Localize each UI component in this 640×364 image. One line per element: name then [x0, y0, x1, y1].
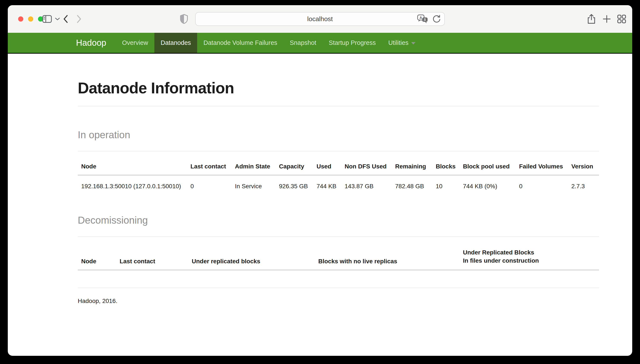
- page-content: Datanode Information In operation Node L…: [8, 79, 632, 304]
- column-header-version: Version: [568, 156, 599, 175]
- column-header-under-replicated-in-construction: Under Replicated Blocks In files under c…: [460, 242, 599, 270]
- nav-item-startup-progress[interactable]: Startup Progress: [323, 33, 382, 53]
- cell-failed-volumes: 0: [516, 175, 568, 195]
- chevron-down-icon[interactable]: [55, 5, 60, 33]
- column-header-blocks: Blocks: [432, 156, 460, 175]
- address-bar-icons: A 文: [417, 12, 441, 26]
- column-header-used: Used: [313, 156, 341, 175]
- decomissioning-heading: Decomissioning: [78, 214, 599, 226]
- navbar-brand[interactable]: Hadoop: [73, 33, 110, 53]
- in-operation-heading: In operation: [78, 129, 599, 140]
- cell-remaining: 782.48 GB: [392, 175, 432, 195]
- close-window-button[interactable]: [18, 16, 23, 22]
- browser-toolbar: localhost A 文: [8, 5, 632, 33]
- cell-admin-state: In Service: [232, 175, 276, 195]
- table-row: 192.168.1.3:50010 (127.0.0.1:50010) 0 In…: [78, 175, 599, 195]
- svg-text:文: 文: [423, 18, 426, 21]
- svg-text:A: A: [419, 16, 422, 20]
- sidebar-toggle-icon[interactable]: [42, 5, 52, 33]
- caret-down-icon: [411, 42, 415, 44]
- hadoop-navbar: Hadoop Overview Datanodes Datanode Volum…: [8, 33, 632, 54]
- tab-overview-icon[interactable]: [617, 5, 626, 33]
- back-button[interactable]: [63, 5, 68, 33]
- new-tab-icon[interactable]: [602, 5, 611, 33]
- header-line-2: In files under construction: [463, 256, 595, 265]
- window-controls: [18, 16, 43, 22]
- cell-capacity: 926.35 GB: [276, 175, 313, 195]
- column-header-node: Node: [78, 156, 187, 175]
- column-header-capacity: Capacity: [276, 156, 313, 175]
- column-header-node: Node: [78, 242, 116, 270]
- decomissioning-table: Node Last contact Under replicated block…: [78, 242, 599, 270]
- decomissioning-header-row: Node Last contact Under replicated block…: [78, 242, 599, 270]
- footer-divider: [78, 288, 599, 288]
- forward-button[interactable]: [76, 5, 82, 33]
- address-bar[interactable]: localhost A 文: [195, 12, 445, 26]
- nav-item-datanodes[interactable]: Datanodes: [154, 33, 197, 53]
- column-header-blocks-no-live-replicas: Blocks with no live replicas: [315, 242, 460, 270]
- decomissioning-divider: [78, 236, 599, 237]
- cell-used: 744 KB: [313, 175, 341, 195]
- in-operation-header-row: Node Last contact Admin State Capacity U…: [78, 156, 599, 175]
- column-header-last-contact: Last contact: [116, 242, 188, 270]
- in-operation-divider: [78, 151, 599, 152]
- cell-node: 192.168.1.3:50010 (127.0.0.1:50010): [78, 175, 187, 195]
- in-operation-table: Node Last contact Admin State Capacity U…: [78, 156, 599, 195]
- safari-window: localhost A 文: [8, 5, 632, 356]
- cell-last-contact: 0: [187, 175, 232, 195]
- column-header-block-pool-used: Block pool used: [460, 156, 516, 175]
- privacy-shield-icon[interactable]: [180, 5, 188, 33]
- column-header-failed-volumes: Failed Volumes: [516, 156, 568, 175]
- page-title: Datanode Information: [78, 79, 599, 97]
- cell-block-pool-used: 744 KB (0%): [460, 175, 516, 195]
- nav-item-datanode-volume-failures[interactable]: Datanode Volume Failures: [197, 33, 284, 53]
- cell-version: 2.7.3: [568, 175, 599, 195]
- cell-blocks: 10: [432, 175, 460, 195]
- cell-non-dfs-used: 143.87 GB: [341, 175, 392, 195]
- footer-text: Hadoop, 2016.: [78, 298, 599, 304]
- translate-icon[interactable]: A 文: [417, 14, 429, 24]
- column-header-admin-state: Admin State: [232, 156, 276, 175]
- nav-item-utilities-label: Utilities: [388, 39, 408, 46]
- minimize-window-button[interactable]: [28, 16, 33, 22]
- header-line-1: Under Replicated Blocks: [463, 248, 595, 256]
- share-icon[interactable]: [587, 5, 595, 33]
- nav-item-snapshot[interactable]: Snapshot: [284, 33, 323, 53]
- column-header-under-replicated-blocks: Under replicated blocks: [188, 242, 315, 270]
- column-header-last-contact: Last contact: [187, 156, 232, 175]
- reload-icon[interactable]: [432, 14, 441, 24]
- nav-item-utilities[interactable]: Utilities: [382, 33, 421, 53]
- url-text: localhost: [307, 15, 333, 23]
- column-header-non-dfs-used: Non DFS Used: [341, 156, 392, 175]
- title-divider: [78, 106, 599, 106]
- nav-item-overview[interactable]: Overview: [116, 33, 154, 53]
- column-header-remaining: Remaining: [392, 156, 432, 175]
